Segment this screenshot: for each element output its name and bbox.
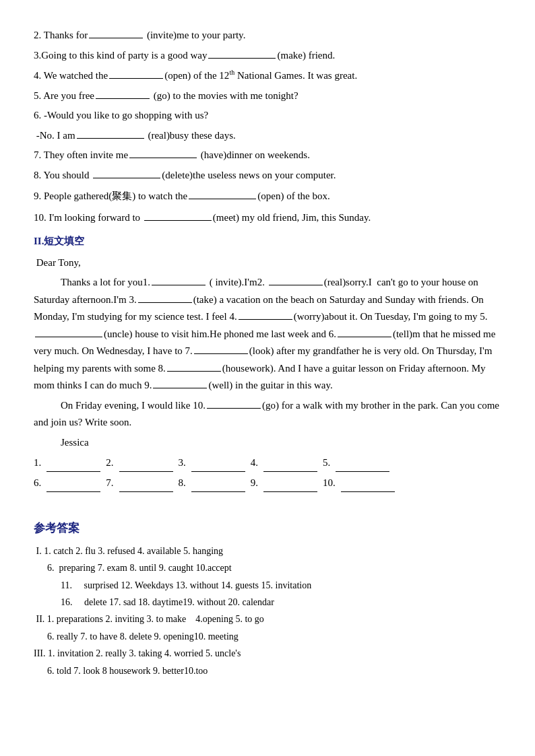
num-label-8: 8. [179, 475, 186, 492]
answer-title: 参考答案 [34, 519, 501, 539]
num-label-7: 7. [106, 475, 113, 492]
exercise-line-9: 9. People gathered(聚集) to watch the(open… [34, 188, 501, 205]
num-label-6: 6. [34, 475, 41, 492]
answer-section-1: I. 1. catch 2. flu 3. refused 4. availab… [34, 544, 501, 611]
letter-blank-1 [152, 285, 206, 285]
num-label-3: 3. [179, 454, 186, 472]
ans-blank-1 [46, 454, 100, 472]
exercise-line-4: 4. We watched the(open) of the 12th Nati… [34, 67, 501, 85]
ans-blank-8 [191, 475, 245, 493]
exercise-line-3: 3.Going to this kind of party is a good … [34, 47, 501, 65]
num-label-1: 1. [34, 454, 41, 472]
blank-2 [89, 38, 143, 38]
answer-1-line-2: 6. preparing 7. exam 8. until 9. caught … [34, 561, 501, 576]
answer-3-line-1: III. 1. invitation 2. really 3. taking 4… [34, 646, 501, 661]
letter-blank-10 [207, 408, 261, 409]
blank-10 [144, 220, 212, 221]
num-label-5: 5. [323, 454, 330, 472]
blank-7 [129, 158, 197, 158]
num-label-9: 9. [251, 475, 258, 492]
ans-blank-5 [336, 454, 389, 472]
blank-4 [109, 78, 163, 79]
answer-3-line-2: 6. told 7. look 8 housework 9. better10.… [34, 664, 501, 679]
blank-3 [208, 58, 276, 59]
letter-blank-6 [338, 337, 391, 337]
part2-title: II.短文填空 [34, 233, 501, 250]
answer-1-line-3: 11. surprised 12. Weekdays 13. without 1… [34, 578, 501, 593]
answer-section-3: III. 1. invitation 2. really 3. taking 4… [34, 646, 501, 679]
blank-6 [77, 138, 144, 139]
ans-blank-6 [46, 475, 100, 493]
letter-body-2: On Friday evening, I would like 10.(go) … [34, 397, 501, 432]
letter-section: Dear Tony, Thanks a lot for you1. ( invi… [34, 254, 501, 493]
ans-blank-10 [341, 475, 395, 493]
ans-blank-2 [119, 454, 173, 472]
answer-section-2: II. 1. preparations 2. inviting 3. to ma… [34, 612, 501, 644]
num-label-10: 10. [323, 475, 336, 492]
num-label-4: 4. [251, 454, 258, 472]
exercise-section-1: 2. Thanks for (invite)me to your party. … [34, 27, 501, 226]
exercise-line-6a: 6. -Would you like to go shopping with u… [34, 107, 501, 125]
number-row-1: 1. 2. 3. 4. 5. [34, 454, 501, 472]
letter-blank-5 [35, 337, 102, 337]
exercise-line-2: 2. Thanks for (invite)me to your party. [34, 27, 501, 44]
letter-sign: Jessica [34, 434, 501, 452]
letter-blank-9 [153, 388, 207, 388]
answer-1-line-4: 16. delete 17. sad 18. daytime19. withou… [34, 595, 501, 610]
answer-1-line-1: I. 1. catch 2. flu 3. refused 4. availab… [34, 544, 501, 559]
exercise-line-7: 7. They often invite me (have)dinner on … [34, 147, 501, 164]
ans-blank-9 [263, 475, 317, 493]
answer-section: 参考答案 I. 1. catch 2. flu 3. refused 4. av… [34, 519, 501, 679]
ans-blank-3 [191, 454, 245, 472]
letter-blank-7 [194, 353, 248, 354]
letter-blank-2 [269, 285, 323, 285]
letter-greeting: Dear Tony, [34, 254, 501, 272]
letter-body-1: Thanks a lot for you1. ( invite).I'm2. (… [34, 274, 501, 394]
exercise-line-10: 10. I'm looking forward to (meet) my old… [34, 209, 501, 227]
exercise-line-6b: -No. I am (real)busy these days. [34, 127, 501, 145]
letter-blank-4 [239, 319, 292, 320]
blank-9 [189, 199, 256, 199]
answer-2-line-1: II. 1. preparations 2. inviting 3. to ma… [34, 612, 501, 627]
ans-blank-7 [119, 475, 173, 493]
ans-blank-4 [263, 454, 317, 472]
num-label-2: 2. [106, 454, 113, 472]
number-row-2: 6. 7. 8. 9. 10. [34, 475, 501, 493]
letter-blank-3 [138, 302, 192, 303]
blank-8 [93, 178, 160, 178]
exercise-line-5: 5. Are you free (go) to the movies with … [34, 88, 501, 105]
main-content: 2. Thanks for (invite)me to your party. … [34, 27, 501, 679]
blank-5 [96, 98, 150, 99]
exercise-line-8: 8. You should (delete)the useless news o… [34, 167, 501, 184]
answer-2-line-2: 6. really 7. to have 8. delete 9. openin… [34, 629, 501, 644]
letter-blank-8 [167, 371, 221, 372]
